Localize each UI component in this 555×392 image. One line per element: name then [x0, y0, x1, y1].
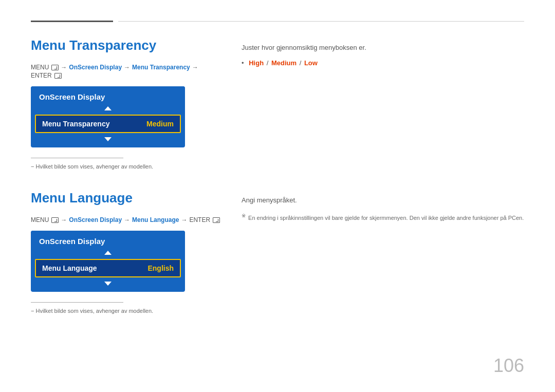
section1-breadcrumb: MENU → OnScreen Display → Menu Transpare… — [31, 64, 221, 79]
section1-description: Juster hvor gjennomsiktig menyboksen er. — [242, 43, 524, 53]
bc-onscreen: OnScreen Display — [69, 64, 122, 71]
section2-description: Angi menyspråket. — [242, 195, 524, 206]
bc2-arrow1: → — [61, 216, 67, 223]
bc-arrow3: → — [192, 64, 198, 71]
opt-high: High — [249, 59, 264, 67]
section2-title: Menu Language — [31, 190, 221, 206]
section2-footnote: ※ En endring i språkinnstillingen vil ba… — [242, 212, 524, 222]
menu-icon — [51, 65, 59, 70]
bc-arrow2: → — [124, 64, 130, 71]
section2-breadcrumb: MENU → OnScreen Display → Menu Language … — [31, 216, 221, 223]
section1-left: Menu Transparency MENU → OnScreen Displa… — [31, 38, 221, 170]
osd1-chevron-down — [31, 133, 185, 147]
top-dividers — [31, 21, 524, 22]
chevron-up-icon — [104, 106, 112, 110]
footnote-content: En endring i språkinnstillingen vil bare… — [248, 214, 524, 220]
bc-enter: ENTER — [31, 72, 52, 79]
enter2-icon — [213, 217, 220, 223]
section2-note: − Hvilket bilde som vises, avhenger av m… — [31, 308, 221, 314]
osd2-row-value: English — [147, 264, 174, 272]
osd1-header: OnScreen Display — [31, 86, 185, 104]
bc2-menu-label: MENU — [31, 216, 49, 223]
osd2-chevron-up — [31, 249, 185, 259]
bc2-arrow2: → — [124, 216, 130, 223]
section2-right: Angi menyspråket. ※ En endring i språkin… — [242, 190, 524, 314]
osd2-chevron-down — [31, 277, 185, 292]
bc2-enter: ENTER — [189, 216, 210, 223]
menu2-icon — [51, 217, 59, 223]
divider-long — [118, 21, 524, 22]
chevron-down-icon — [104, 137, 112, 141]
osd2-row: Menu Language English — [35, 259, 181, 277]
section1-right: Juster hvor gjennomsiktig menyboksen er.… — [242, 38, 524, 170]
bc-menu-transparency: Menu Transparency — [132, 64, 190, 71]
divider-short — [31, 21, 113, 22]
osd1-chevron-up — [31, 104, 185, 115]
section2-left: Menu Language MENU → OnScreen Display → … — [31, 190, 221, 314]
bullet-icon: • — [242, 59, 244, 67]
bc2-onscreen: OnScreen Display — [69, 216, 122, 223]
bc-menu-label: MENU — [31, 64, 49, 71]
section1-note: − Hvilket bilde som vises, avhenger av m… — [31, 163, 221, 170]
bc-arrow1: → — [61, 64, 67, 71]
section1-title: Menu Transparency — [31, 38, 221, 53]
section2-divider — [31, 302, 123, 303]
bc2-arrow3: → — [181, 216, 187, 223]
bc2-menu-language: Menu Language — [132, 216, 179, 223]
osd1-row: Menu Transparency Medium — [35, 115, 181, 133]
section1-divider — [31, 158, 123, 158]
chevron-down2-icon — [104, 282, 112, 286]
section1-osd-panel: OnScreen Display Menu Transparency Mediu… — [31, 86, 185, 147]
osd2-row-label: Menu Language — [42, 264, 97, 272]
opt-medium: Medium — [271, 59, 297, 67]
osd2-header: OnScreen Display — [31, 231, 185, 249]
sep2: / — [300, 59, 303, 67]
section-menu-transparency: Menu Transparency MENU → OnScreen Displa… — [31, 38, 524, 170]
section-menu-language: Menu Language MENU → OnScreen Display → … — [31, 190, 524, 314]
chevron-up2-icon — [104, 251, 112, 255]
section2-osd-panel: OnScreen Display Menu Language English — [31, 231, 185, 292]
page-number: 106 — [493, 355, 524, 377]
section1-options: • High / Medium / Low — [242, 59, 524, 67]
osd1-row-value: Medium — [146, 120, 174, 128]
sep1: / — [267, 59, 270, 67]
footnote-superscript: ※ — [242, 213, 246, 218]
osd1-row-label: Menu Transparency — [42, 120, 110, 128]
opt-low: Low — [304, 59, 318, 67]
enter-icon — [54, 73, 62, 79]
